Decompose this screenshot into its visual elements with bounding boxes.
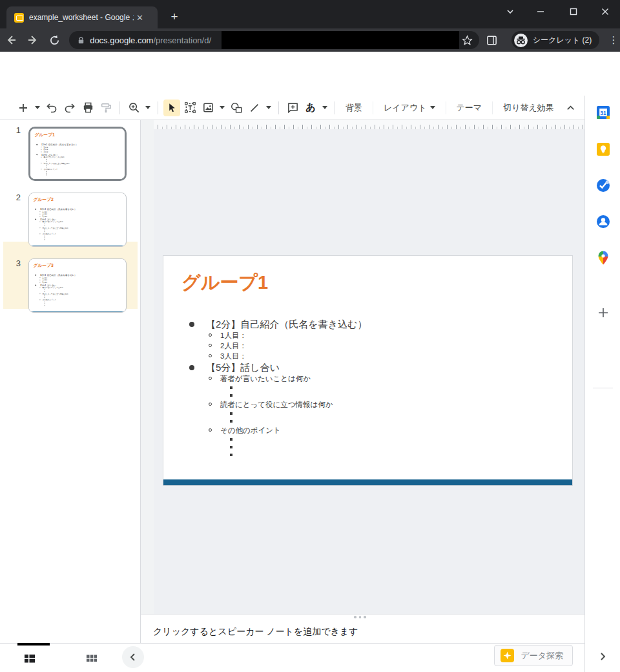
window-maximize-icon[interactable] — [564, 3, 583, 21]
bullet-marker — [39, 227, 40, 228]
input-tools-button[interactable]: あ — [302, 100, 319, 116]
bookmark-star-icon[interactable] — [462, 35, 473, 46]
bullet-item-level-3[interactable] — [163, 451, 572, 459]
back-icon[interactable] — [0, 34, 22, 47]
slide-number: 1 — [10, 125, 21, 135]
reload-icon[interactable] — [43, 34, 65, 47]
bullet-marker — [39, 280, 40, 280]
forward-icon[interactable] — [22, 34, 44, 47]
bullet-item-level-2[interactable]: 1人目： — [163, 330, 572, 341]
new-tab-button[interactable]: + — [167, 9, 182, 25]
side-panel: 31 — [584, 96, 620, 672]
slides-favicon — [14, 13, 24, 23]
input-tools-dropdown-icon[interactable] — [320, 100, 329, 116]
calendar-icon[interactable]: 31 — [595, 104, 611, 120]
select-tool-icon[interactable] — [163, 100, 180, 116]
layout-dropdown-icon — [430, 106, 435, 109]
text-box-icon[interactable] — [181, 100, 198, 116]
theme-button[interactable]: テーマ — [451, 102, 488, 114]
main-slide[interactable]: グループ1【2分】自己紹介（氏名を書き込む）1人目：2人目：3人目：【5分】話し… — [163, 255, 573, 486]
background-button[interactable]: 背景 — [340, 102, 368, 114]
lock-icon — [77, 36, 85, 45]
bullet-text: 1人目： — [220, 330, 247, 341]
bullet-item-level-1[interactable]: 【2分】自己紹介（氏名を書き込む） — [163, 318, 572, 330]
bullet-item-level-2[interactable]: 2人目： — [163, 341, 572, 351]
bullet-text: 3人目： — [220, 351, 247, 361]
bullet-item-level-3[interactable] — [163, 443, 572, 451]
print-icon[interactable] — [79, 100, 96, 116]
insert-line-icon[interactable] — [246, 100, 263, 116]
zoom-dropdown-icon[interactable] — [143, 100, 152, 116]
bullet-item-level-3[interactable] — [163, 417, 572, 425]
window-close-icon[interactable] — [595, 3, 615, 21]
bullet-item-level-3[interactable] — [163, 410, 572, 417]
slide-title: グループ3 — [34, 262, 54, 268]
bullet-marker — [35, 209, 36, 210]
incognito-badge[interactable]: シークレット (2) — [512, 31, 599, 49]
notes-drag-handle-icon[interactable] — [354, 616, 366, 618]
speaker-notes[interactable]: クリックするとスピーカー ノートを追加できます — [141, 614, 584, 643]
bullet-item-level-3[interactable] — [163, 436, 572, 443]
undo-icon[interactable] — [43, 100, 60, 116]
bullet-marker — [189, 365, 194, 370]
window-menu-chevron-icon[interactable] — [501, 3, 520, 21]
keep-icon[interactable] — [595, 141, 611, 157]
expand-panel-icon[interactable] — [594, 648, 611, 665]
bullet-item-level-3[interactable] — [163, 392, 572, 399]
filmstrip-view-icon[interactable] — [21, 650, 38, 667]
url-input[interactable]: docs.google.com/presentation/d/ — [69, 31, 479, 49]
image-dropdown-icon[interactable] — [218, 100, 227, 116]
bullet-marker — [39, 216, 40, 216]
window-minimize-icon[interactable] — [531, 3, 550, 21]
new-slide-dropdown-icon[interactable] — [33, 100, 42, 116]
theme-accent-bar — [29, 311, 125, 313]
bullet-marker — [230, 420, 232, 423]
bullet-item-level-2[interactable]: その他のポイント — [163, 425, 572, 436]
contacts-icon[interactable] — [595, 213, 611, 229]
ruler-corner — [141, 120, 154, 129]
new-slide-button[interactable] — [15, 100, 32, 116]
bullet-item-level-2[interactable]: 3人目： — [163, 351, 572, 361]
insert-image-icon[interactable] — [200, 100, 216, 116]
grid-view-icon[interactable] — [83, 650, 100, 667]
bullet-marker — [46, 159, 46, 160]
bullet-marker — [45, 289, 45, 290]
bullet-marker — [45, 231, 45, 232]
tasks-icon[interactable] — [595, 177, 611, 193]
browser-tab[interactable]: example_worksheet - Google スラ ✕ — [6, 6, 158, 28]
insert-shape-icon[interactable] — [228, 100, 245, 116]
collapse-toolbar-icon[interactable] — [566, 96, 575, 120]
layout-button[interactable]: レイアウト — [378, 102, 441, 114]
bullet-text: 著者が言いたいことは何か — [43, 286, 64, 289]
bullet-marker — [230, 454, 232, 456]
add-addon-icon[interactable] — [595, 304, 611, 320]
bullet-marker — [45, 238, 45, 238]
explore-button[interactable]: データ探索 — [494, 645, 573, 666]
transition-button[interactable]: 切り替え効果 — [497, 102, 560, 114]
incognito-label: シークレット (2) — [533, 35, 592, 46]
side-panel-icon[interactable] — [479, 35, 505, 46]
insert-comment-icon[interactable] — [284, 100, 301, 116]
bullet-text: 著者が言いたいことは何か — [220, 373, 311, 384]
zoom-icon[interactable] — [125, 100, 142, 116]
tab-close-icon[interactable]: ✕ — [136, 13, 143, 23]
bullet-item-level-2[interactable]: 読者にとって役に立つ情報は何か — [163, 399, 572, 410]
bullet-item-level-2[interactable]: 著者が言いたいことは何か — [163, 373, 572, 384]
bullet-marker — [39, 222, 40, 222]
bullet-marker — [209, 403, 212, 406]
redo-icon[interactable] — [61, 100, 78, 116]
bullet-item-level-3[interactable] — [163, 384, 572, 392]
panel-divider — [593, 388, 613, 388]
line-dropdown-icon[interactable] — [264, 100, 273, 116]
thumbnail-slide-1[interactable]: グループ1【2分】自己紹介（氏名を書き込む）1人目：2人目：3人目：【5分】話し… — [28, 127, 127, 181]
maps-icon[interactable] — [595, 249, 611, 266]
browser-menu-icon[interactable]: ⋮ — [607, 34, 620, 46]
bullet-text: 読者にとって役に立つ情報は何か — [43, 227, 69, 229]
bullet-item-level-1[interactable]: 【5分】話し合い — [163, 361, 572, 373]
slide-body[interactable]: 【2分】自己紹介（氏名を書き込む）1人目：2人目：3人目：【5分】話し合い著者が… — [163, 318, 572, 459]
slide-title[interactable]: グループ1 — [181, 270, 268, 296]
thumbnail-slide-2[interactable]: グループ2【2分】自己紹介（氏名を書き込む）1人目：2人目：3人目：【5分】話し… — [28, 193, 127, 247]
collapse-filmstrip-icon[interactable] — [122, 646, 144, 668]
bullet-text: 読者にとって役に立つ情報は何か — [44, 162, 70, 165]
thumbnail-slide-3[interactable]: グループ3【2分】自己紹介（氏名を書き込む）1人目：2人目：3人目：【5分】話し… — [28, 258, 127, 313]
